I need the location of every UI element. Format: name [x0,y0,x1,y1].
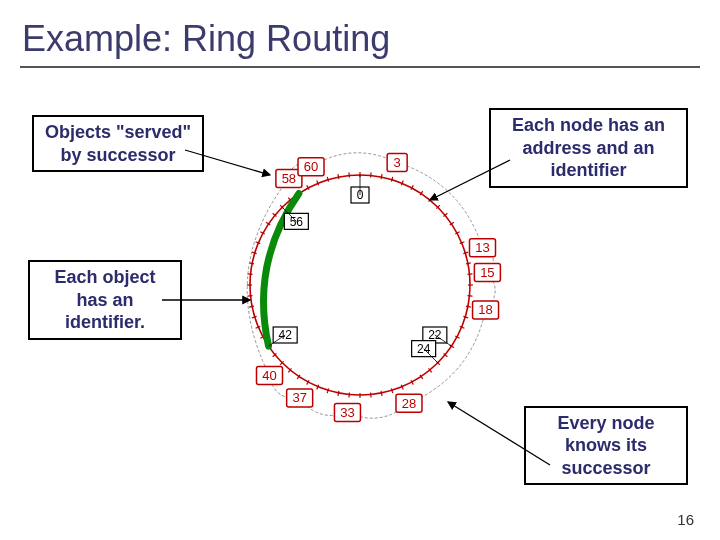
ring-diagram: 3131518283337405860022244256 [210,110,510,450]
callout-object-id: Each object has an identifier. [28,260,182,340]
svg-line-52 [252,252,257,253]
svg-line-3 [381,174,382,179]
svg-text:3: 3 [394,155,401,170]
svg-line-36 [327,388,328,393]
svg-line-46 [252,316,257,317]
svg-line-35 [338,391,339,396]
svg-line-20 [463,316,468,317]
ring-node: 3 [387,154,407,172]
ring-node: 37 [287,389,313,407]
svg-text:28: 28 [402,396,416,411]
callout-node-address: Each node has an address and an identifi… [489,108,688,188]
ring-node: 18 [473,301,499,319]
svg-text:15: 15 [480,265,494,280]
svg-text:18: 18 [478,302,492,317]
svg-text:40: 40 [262,368,276,383]
ring-node: 33 [334,403,360,421]
ring-node: 60 [298,158,324,176]
callout-successor: Every node knows its successor [524,406,688,486]
title-underline [20,66,700,68]
svg-line-19 [466,306,471,307]
page-title: Example: Ring Routing [0,0,720,60]
ring-node: 40 [256,367,282,385]
svg-line-51 [249,263,254,264]
svg-line-63 [338,174,339,179]
svg-text:33: 33 [340,405,354,420]
svg-text:60: 60 [304,159,318,174]
svg-line-47 [249,306,254,307]
ring-node: 13 [469,239,495,257]
svg-line-30 [391,388,392,393]
svg-text:37: 37 [292,390,306,405]
svg-line-15 [466,263,471,264]
svg-line-31 [381,391,382,396]
svg-text:58: 58 [282,171,296,186]
ring-node: 28 [396,394,422,412]
svg-line-62 [327,177,328,182]
ring-node: 15 [474,263,500,281]
callout-objects-served: Objects "served" by successor [32,115,204,172]
svg-text:13: 13 [475,240,489,255]
svg-line-14 [463,252,468,253]
page-number: 16 [677,511,694,528]
svg-text:42: 42 [278,328,292,342]
svg-line-4 [391,177,392,182]
